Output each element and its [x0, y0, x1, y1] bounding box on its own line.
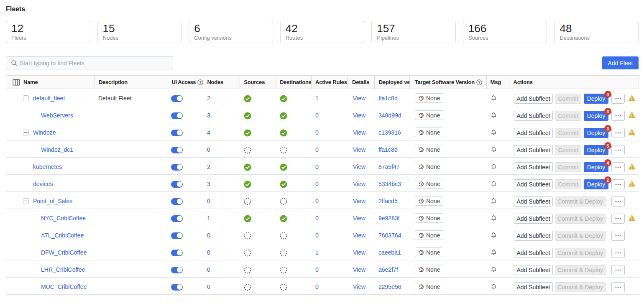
- svg-text:?: ?: [478, 80, 480, 84]
- svg-text:?: ?: [199, 80, 202, 84]
